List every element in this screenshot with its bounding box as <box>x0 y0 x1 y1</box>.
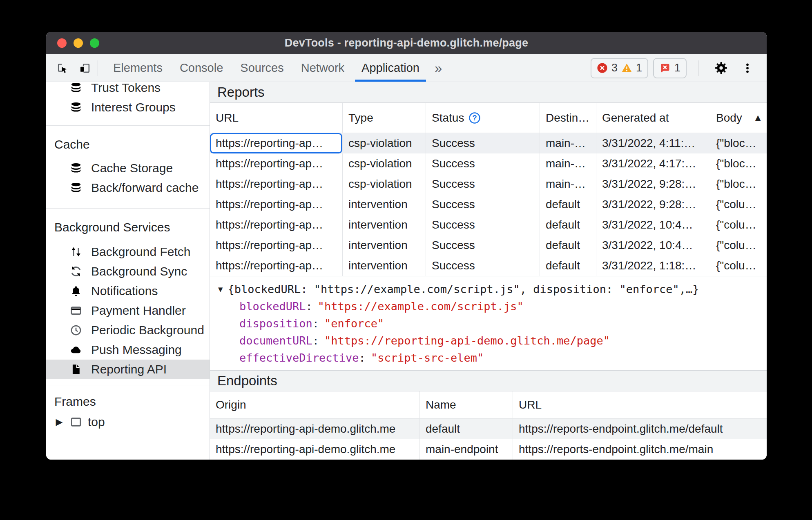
report-row[interactable]: https://reporting-ap… csp-violation Succ… <box>210 133 767 153</box>
sidebar-item-notifications[interactable]: Notifications <box>46 281 210 301</box>
column-header-generated-at[interactable]: Generated at <box>596 103 710 133</box>
report-property-clipped: originalPolicy:"script-src 'self'; objec… <box>218 366 767 371</box>
window-title: DevTools - reporting-api-demo.glitch.me/… <box>285 37 528 49</box>
device-toolbar-icon[interactable] <box>78 62 91 75</box>
report-row[interactable]: https://reporting-ap… intervention Succe… <box>210 194 767 215</box>
tab-elements[interactable]: Elements <box>105 54 171 82</box>
kebab-menu-icon <box>741 62 754 74</box>
column-header-name[interactable]: Name <box>420 391 513 418</box>
tab-sources[interactable]: Sources <box>232 54 292 82</box>
devtools-window: DevTools - reporting-api-demo.glitch.me/… <box>46 32 767 460</box>
column-header-destination[interactable]: Destin… <box>540 103 596 133</box>
error-count: 3 <box>611 62 618 74</box>
sidebar-item-interest-groups[interactable]: Interest Groups <box>46 98 210 117</box>
push-messaging-icon <box>70 344 82 356</box>
endpoint-row: https://reporting-api-demo.glitch.me mai… <box>210 439 767 460</box>
error-icon <box>597 62 608 73</box>
report-row[interactable]: https://reporting-ap… csp-violation Succ… <box>210 153 767 174</box>
sidebar-item-periodic-background[interactable]: Periodic Background <box>46 320 210 340</box>
column-header-origin[interactable]: Origin <box>210 391 420 418</box>
panel-tabs: Elements Console Sources Network Applica… <box>105 54 428 82</box>
sidebar-item-cache-storage[interactable]: Cache Storage <box>46 158 210 178</box>
endpoints-table-body: https://reporting-api-demo.glitch.me def… <box>210 419 767 460</box>
help-icon[interactable] <box>468 112 481 124</box>
toolbar-divider <box>98 60 98 76</box>
main-menu-button[interactable] <box>737 62 758 74</box>
reporting-api-panel: Reports URL Type Status Destin… Generate… <box>210 82 767 460</box>
payment-handler-icon <box>70 304 82 317</box>
background-sync-icon <box>70 265 82 278</box>
tab-network[interactable]: Network <box>292 54 353 82</box>
report-row[interactable]: https://reporting-ap… intervention Succe… <box>210 256 767 276</box>
sidebar-section-background-services: Background Services <box>46 218 210 237</box>
report-url-cell: https://reporting-ap… <box>210 133 343 153</box>
console-summary-badge[interactable]: 3 1 <box>591 58 648 78</box>
traffic-lights <box>57 38 99 48</box>
sidebar-section-cache: Cache <box>46 135 210 154</box>
column-header-endpoint-url[interactable]: URL <box>513 391 767 418</box>
sidebar-item-reporting-api[interactable]: Reporting API <box>46 360 210 379</box>
sidebar-item-frame-top[interactable]: ▶ top <box>46 412 210 432</box>
report-property: blockedURL:"https://example.com/script.j… <box>218 298 767 315</box>
database-icon <box>70 162 82 174</box>
inspect-element-icon[interactable] <box>56 62 69 75</box>
report-body-preview-row[interactable]: ▼ {blockedURL: "https://example.com/scri… <box>218 280 767 298</box>
sidebar-item-background-fetch[interactable]: Background Fetch <box>46 242 210 262</box>
reports-table-header: URL Type Status Destin… Generated at Bod… <box>210 103 767 133</box>
sidebar-item-trust-tokens[interactable]: Trust Tokens <box>46 82 210 98</box>
report-property: disposition:"enforce" <box>218 315 767 332</box>
sidebar-section-divider <box>46 208 210 209</box>
sidebar-item-background-sync[interactable]: Background Sync <box>46 262 210 281</box>
close-window-button[interactable] <box>57 38 67 48</box>
sidebar-item-push-messaging[interactable]: Push Messaging <box>46 340 210 360</box>
more-tabs-icon[interactable]: » <box>428 54 448 82</box>
reporting-api-icon <box>70 363 82 376</box>
issues-badge[interactable]: 1 <box>653 58 687 78</box>
endpoint-row: https://reporting-api-demo.glitch.me def… <box>210 419 767 439</box>
frame-icon <box>70 416 82 428</box>
report-property: documentURL:"https://reporting-api-demo.… <box>218 332 767 349</box>
toolbar-divider <box>698 60 698 76</box>
background-fetch-icon <box>70 246 82 258</box>
warning-icon <box>621 62 632 73</box>
endpoints-section-title: Endpoints <box>210 371 767 391</box>
sidebar-item-back-forward-cache[interactable]: Back/forward cache <box>46 178 210 198</box>
database-icon <box>70 101 82 113</box>
periodic-background-icon <box>70 324 82 336</box>
column-header-url[interactable]: URL <box>210 103 343 133</box>
settings-button[interactable] <box>710 61 732 75</box>
sidebar-section-divider <box>46 385 210 385</box>
column-header-type[interactable]: Type <box>343 103 426 133</box>
title-bar: DevTools - reporting-api-demo.glitch.me/… <box>46 32 767 54</box>
zoom-window-button[interactable] <box>90 38 99 48</box>
sidebar-item-payment-handler[interactable]: Payment Handler <box>46 301 210 320</box>
expand-triangle-icon[interactable]: ▼ <box>218 284 223 293</box>
tab-application[interactable]: Application <box>353 54 428 82</box>
endpoints-table-header: Origin Name URL <box>210 391 767 419</box>
report-property: effectiveDirective:"script-src-elem" <box>218 349 767 366</box>
reports-section-title: Reports <box>210 82 767 103</box>
sort-ascending-icon: ▲ <box>753 112 763 123</box>
report-row[interactable]: https://reporting-ap… intervention Succe… <box>210 215 767 235</box>
report-body-detail: ▼ {blockedURL: "https://example.com/scri… <box>210 276 767 371</box>
reports-table-body: https://reporting-ap… csp-violation Succ… <box>210 133 767 276</box>
report-row[interactable]: https://reporting-ap… csp-violation Succ… <box>210 174 767 194</box>
database-icon <box>70 82 82 94</box>
tab-console[interactable]: Console <box>171 54 232 82</box>
column-header-status[interactable]: Status <box>426 103 540 133</box>
report-body-preview: {blockedURL: "https://example.com/script… <box>228 283 699 296</box>
warning-count: 1 <box>636 62 642 74</box>
minimize-window-button[interactable] <box>74 38 83 48</box>
issue-count: 1 <box>674 62 680 74</box>
column-header-body[interactable]: Body ▲ <box>710 103 767 133</box>
gear-icon <box>714 61 728 75</box>
application-sidebar: Trust Tokens Interest Groups Cache Cache… <box>46 82 210 460</box>
issues-icon <box>659 62 671 74</box>
notifications-icon <box>70 285 82 297</box>
collapse-triangle-icon[interactable]: ▶ <box>54 417 64 427</box>
report-row[interactable]: https://reporting-ap… intervention Succe… <box>210 235 767 256</box>
sidebar-section-divider <box>46 125 210 126</box>
devtools-toolbar: Elements Console Sources Network Applica… <box>46 54 767 82</box>
database-icon <box>70 182 82 194</box>
sidebar-section-frames: Frames <box>46 392 210 411</box>
